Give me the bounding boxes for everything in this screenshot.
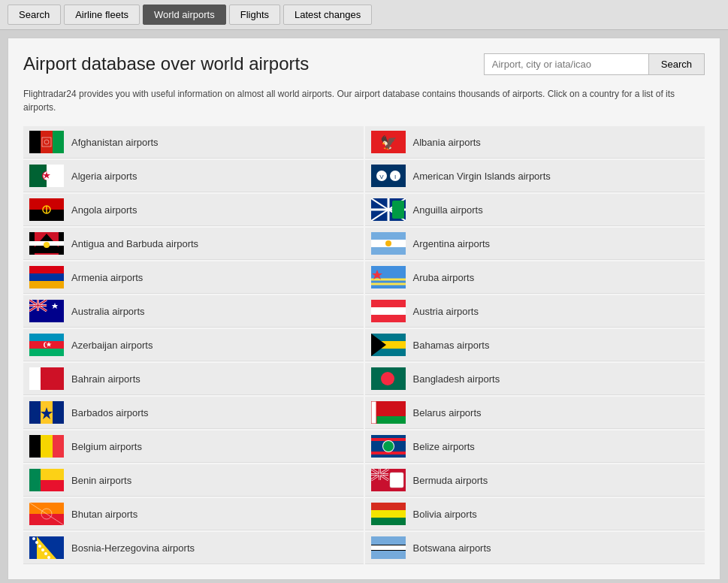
country-flag	[29, 334, 64, 356]
country-name: Bosnia-Herzegovina airports	[71, 542, 195, 554]
tab-flights[interactable]: Flights	[229, 5, 280, 25]
country-item[interactable]: Bermuda airports	[365, 464, 705, 497]
country-flag	[29, 198, 64, 221]
svg-rect-57	[371, 307, 406, 315]
country-name: Armenia airports	[71, 272, 143, 283]
page-header: Airport database over world airports Sea…	[23, 53, 705, 75]
country-name: Aruba airports	[413, 272, 475, 283]
country-name: Bahamas airports	[413, 340, 490, 351]
country-item[interactable]: Bosnia-Herzegovina airports	[23, 532, 364, 564]
description: Flightradar24 provides you with useful i…	[23, 87, 705, 114]
country-item[interactable]: Austria airports	[365, 295, 705, 328]
country-item[interactable]: Aruba airports	[365, 261, 705, 294]
country-name: Bangladesh airports	[413, 373, 500, 385]
svg-text:V: V	[379, 174, 384, 180]
country-name: Algeria airports	[71, 171, 137, 182]
main-content: Airport database over world airports Sea…	[8, 38, 720, 580]
tab-world-airports[interactable]: World airports	[143, 5, 226, 25]
country-item[interactable]: Botswana airports	[365, 532, 705, 564]
country-flag	[371, 334, 406, 356]
svg-point-37	[385, 240, 391, 246]
country-name: Belize airports	[413, 441, 475, 452]
country-flag	[371, 198, 406, 221]
country-item[interactable]: Australia airports	[23, 295, 364, 328]
country-flag	[29, 401, 64, 424]
svg-text:I: I	[394, 174, 395, 180]
country-flag	[29, 367, 64, 390]
search-box: Search	[484, 53, 705, 75]
country-name: Bhutan airports	[71, 509, 137, 520]
svg-rect-84	[53, 435, 64, 458]
svg-rect-36	[371, 247, 406, 255]
country-flag: VI	[371, 165, 406, 187]
svg-point-116	[35, 541, 38, 544]
svg-rect-94	[41, 480, 64, 491]
svg-rect-76	[53, 401, 64, 424]
svg-rect-83	[41, 435, 53, 458]
country-item[interactable]: Belgium airports	[23, 430, 364, 463]
svg-rect-92	[29, 469, 41, 491]
country-item[interactable]: Belarus airports	[365, 397, 705, 429]
country-item[interactable]: Bangladesh airports	[365, 363, 705, 395]
country-flag	[29, 536, 64, 559]
svg-point-120	[47, 556, 50, 559]
svg-rect-87	[371, 455, 406, 458]
country-name: Bermuda airports	[413, 475, 488, 486]
country-item[interactable]: Argentina airports	[365, 228, 705, 260]
country-flag	[29, 266, 64, 288]
country-item[interactable]: Armenia airports	[23, 261, 364, 294]
country-item[interactable]: Antigua and Barbuda airports	[23, 228, 364, 260]
svg-point-119	[44, 552, 47, 555]
country-flag	[29, 131, 64, 153]
country-flag	[371, 232, 406, 255]
svg-rect-0	[29, 131, 41, 153]
country-item[interactable]: Angola airports	[23, 194, 364, 226]
svg-rect-38	[29, 266, 64, 273]
svg-rect-40	[29, 281, 64, 288]
tab-airline-fleets[interactable]: Airline fleets	[64, 5, 140, 25]
country-name: Afghanistan airports	[71, 137, 159, 148]
country-item[interactable]: Algeria airports	[23, 160, 364, 192]
tab-latest-changes[interactable]: Latest changes	[283, 5, 372, 25]
country-item[interactable]: Anguilla airports	[365, 194, 705, 226]
country-item[interactable]: Belize airports	[365, 430, 705, 463]
svg-point-117	[38, 545, 41, 548]
country-flag	[29, 469, 64, 491]
svg-rect-12	[371, 165, 406, 187]
country-flag	[371, 401, 406, 424]
svg-text:🦅: 🦅	[380, 134, 397, 151]
country-flag	[371, 503, 406, 525]
svg-rect-34	[371, 232, 406, 240]
svg-rect-107	[29, 514, 64, 525]
svg-point-115	[32, 537, 35, 540]
country-flag	[371, 300, 406, 322]
country-item[interactable]: Bahamas airports	[365, 329, 705, 361]
country-name: Austria airports	[413, 306, 479, 317]
country-item[interactable]: Afghanistan airports	[23, 126, 364, 159]
country-item[interactable]: 🦅Albania airports	[365, 126, 705, 159]
country-item[interactable]: Benin airports	[23, 464, 364, 497]
country-name: Barbados airports	[71, 407, 149, 418]
country-name: Botswana airports	[413, 542, 491, 554]
country-name: Angola airports	[71, 204, 137, 216]
country-item[interactable]: VIAmerican Virgin Islands airports	[365, 160, 705, 192]
country-item[interactable]: Barbados airports	[23, 397, 364, 429]
country-item[interactable]: Azerbaijan airports	[23, 329, 364, 361]
svg-rect-59	[29, 334, 64, 341]
country-flag	[371, 266, 406, 288]
svg-point-118	[41, 548, 44, 551]
country-name: American Virgin Islands airports	[413, 171, 551, 182]
country-name: Bahrain airports	[71, 373, 140, 385]
country-item[interactable]: Bhutan airports	[23, 498, 364, 530]
search-input[interactable]	[484, 53, 649, 75]
svg-rect-112	[371, 518, 406, 525]
country-flag	[371, 367, 406, 390]
search-button[interactable]: Search	[649, 53, 705, 75]
svg-rect-58	[371, 315, 406, 322]
country-item[interactable]: Bahrain airports	[23, 363, 364, 395]
svg-rect-82	[29, 435, 41, 458]
svg-rect-123	[371, 545, 406, 550]
tab-search[interactable]: Search	[8, 5, 61, 25]
country-item[interactable]: Bolivia airports	[365, 498, 705, 530]
svg-rect-111	[371, 510, 406, 518]
